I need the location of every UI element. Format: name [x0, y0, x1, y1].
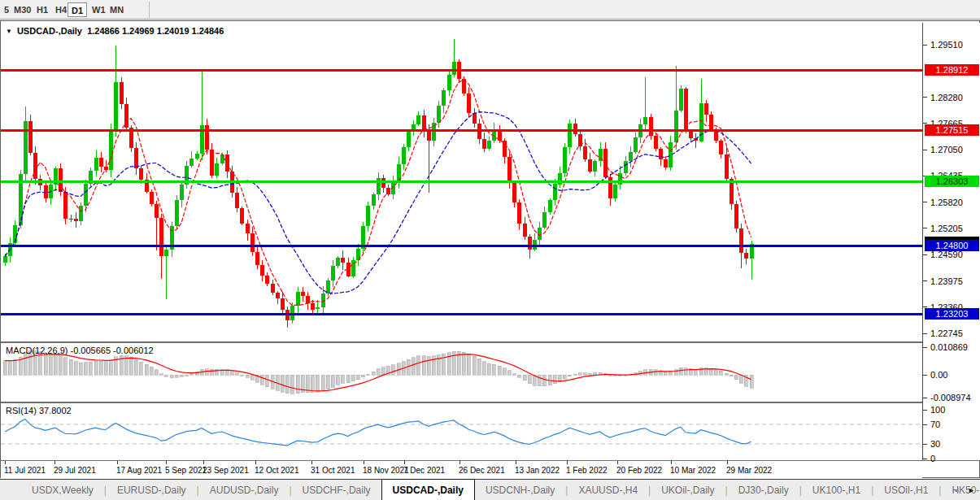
date-tick-label: 12 Oct 2021 [255, 466, 298, 475]
rsi-tick [923, 444, 927, 445]
macd-tick [923, 347, 927, 348]
date-tick [671, 461, 672, 464]
chart-dropdown-icon[interactable]: ▼ [6, 28, 12, 35]
date-tick [311, 461, 312, 464]
symbol-tab-usdx-weekly[interactable]: USDX,Weekly [21, 480, 104, 500]
rsi-tick-label: 0 [930, 454, 935, 463]
chart-window: ▼USDCAD-,Daily 1.24866 1.24969 1.24019 1… [0, 20, 980, 478]
date-tick-label: 5 Sep 2021 [165, 466, 207, 475]
symbol-tab-uk100-h1[interactable]: UK100-,H1 [802, 480, 871, 500]
date-tick [166, 461, 167, 464]
date-tick-label: 29 Mar 2022 [726, 466, 772, 475]
rsi-tick [923, 459, 927, 459]
symbol-tab-audusd-daily[interactable]: AUDUSD-,Daily [199, 480, 290, 500]
date-tick [617, 461, 618, 464]
macd-tick-label: 0.010869 [930, 342, 968, 352]
symbol-tab-usdchf-daily[interactable]: USDCHF-,Daily [292, 480, 381, 500]
price-tick [923, 333, 927, 334]
price-tick [923, 123, 927, 124]
date-tick-label: 23 Sep 2021 [203, 466, 249, 475]
price-tick-label: 1.22745 [930, 328, 963, 338]
price-tick [923, 150, 927, 150]
timeframe-button-d1[interactable]: D1 [68, 2, 87, 17]
symbol-tab-usoil-h1[interactable]: USOil-,H1 [873, 480, 939, 500]
chart-symbol-label: USDCAD-,Daily [17, 26, 82, 36]
date-tick-label: 1 Feb 2022 [566, 466, 608, 475]
price-tick [923, 254, 927, 255]
macd-tick [923, 375, 927, 376]
date-tick-label: 26 Dec 2021 [459, 466, 505, 475]
price-level-badge: 1.28912 [925, 64, 979, 76]
macd-tick-label: 0.00 [930, 370, 947, 380]
rsi-tick-label: 70 [930, 420, 940, 429]
price-tick-label: 1.23975 [930, 276, 963, 286]
trading-platform-window: 5M30H1H4D1W1MN ▼USDCAD-,Daily 1.24866 1.… [0, 0, 980, 500]
date-tick-label: 13 Jan 2022 [515, 466, 560, 475]
rsi-label: RSI(14) 37.8002 [6, 406, 72, 415]
price-tick-label: 1.27050 [930, 145, 963, 154]
price-level-badge: 1.24800 [925, 240, 979, 251]
date-tick [117, 461, 118, 464]
symbol-tab-eurusd-daily[interactable]: EURUSD-,Daily [107, 480, 197, 500]
timeframe-button-mn[interactable]: MN [107, 2, 127, 17]
date-tick [255, 461, 256, 464]
chart-title: ▼USDCAD-,Daily 1.24866 1.24969 1.24019 1… [6, 26, 224, 36]
price-tick-label: 1.29510 [930, 40, 963, 50]
price-chart-pane[interactable]: ▼USDCAD-,Daily 1.24866 1.24969 1.24019 1… [1, 23, 922, 341]
date-tick-label: 11 Jul 2021 [4, 466, 46, 475]
date-tick [516, 461, 516, 464]
tab-scroll-left-icon[interactable]: ◄ [952, 486, 960, 494]
price-level-badge: 1.23203 [925, 308, 979, 320]
rsi-tick-label: 30 [930, 439, 940, 449]
date-tick [364, 461, 364, 464]
price-tick-label: 1.28280 [930, 93, 963, 102]
rsi-tick [923, 424, 927, 425]
price-tick [923, 228, 927, 228]
date-tick-label: 31 Oct 2021 [311, 466, 355, 475]
date-tick [5, 461, 6, 464]
macd-indicator-pane[interactable]: MACD(12,26,9) -0.005665 -0.006012 [1, 343, 922, 402]
timeframe-button-h1[interactable]: H1 [33, 2, 51, 17]
price-tick [923, 307, 927, 307]
date-tick-label: 20 Feb 2022 [616, 466, 662, 475]
price-axis[interactable]: 1.295101.282801.276651.270501.264351.258… [922, 23, 980, 460]
chart-ohlc-readout: 1.24866 1.24969 1.24019 1.24846 [87, 26, 224, 36]
symbol-tab-usdcad-daily[interactable]: USDCAD-,Daily [381, 479, 475, 500]
date-tick-label: 18 Nov 2021 [363, 466, 409, 475]
macd-tick-label: -0.008974 [930, 393, 971, 402]
toolbar-separator [149, 2, 150, 18]
price-level-badge: 1.26303 [925, 176, 979, 187]
macd-label: MACD(12,26,9) -0.005665 -0.006012 [6, 346, 154, 355]
date-axis[interactable]: 11 Jul 202129 Jul 202117 Aug 20215 Sep 2… [1, 461, 922, 479]
symbol-tab-xauusd-h4[interactable]: XAUUSD-,H4 [568, 480, 648, 500]
price-tick [923, 97, 927, 98]
rsi-indicator-pane[interactable]: RSI(14) 37.8002 [1, 403, 922, 460]
date-tick-label: 10 Mar 2022 [670, 466, 716, 475]
date-tick [460, 461, 460, 464]
timeframe-button-m30[interactable]: M30 [11, 2, 34, 17]
tab-scroll-arrows: ◄► [952, 480, 975, 500]
price-level-badge: 1.27515 [925, 124, 979, 136]
symbol-tab-ukoil-daily[interactable]: UKOil-,Daily [651, 480, 725, 500]
symbol-tab-usdcnh-daily[interactable]: USDCNH-,Daily [475, 480, 565, 500]
date-tick [404, 461, 405, 464]
symbol-tab-bar: USDX,Weekly|EURUSD-,Daily|AUDUSD-,Daily|… [0, 479, 980, 500]
price-tick-label: 1.25820 [930, 198, 963, 207]
date-tick-label: 7 Dec 2021 [403, 466, 445, 475]
date-tick [54, 461, 55, 464]
timeframe-button-w1[interactable]: W1 [89, 2, 109, 17]
price-tick [923, 202, 927, 202]
symbol-tab-dj30-daily[interactable]: DJ30-,Daily [728, 480, 799, 500]
price-tick [923, 45, 927, 46]
date-tick [203, 461, 204, 464]
date-tick-label: 29 Jul 2021 [54, 466, 96, 475]
price-tick [923, 280, 927, 281]
tab-scroll-right-icon[interactable]: ► [968, 486, 975, 494]
date-tick [727, 461, 728, 464]
rsi-tick [923, 410, 927, 411]
date-tick [567, 461, 568, 464]
macd-tick [923, 398, 927, 398]
rsi-tick-label: 100 [930, 405, 945, 415]
timeframe-toolbar: 5M30H1H4D1W1MN [0, 0, 980, 20]
price-tick-label: 1.25205 [930, 224, 963, 233]
